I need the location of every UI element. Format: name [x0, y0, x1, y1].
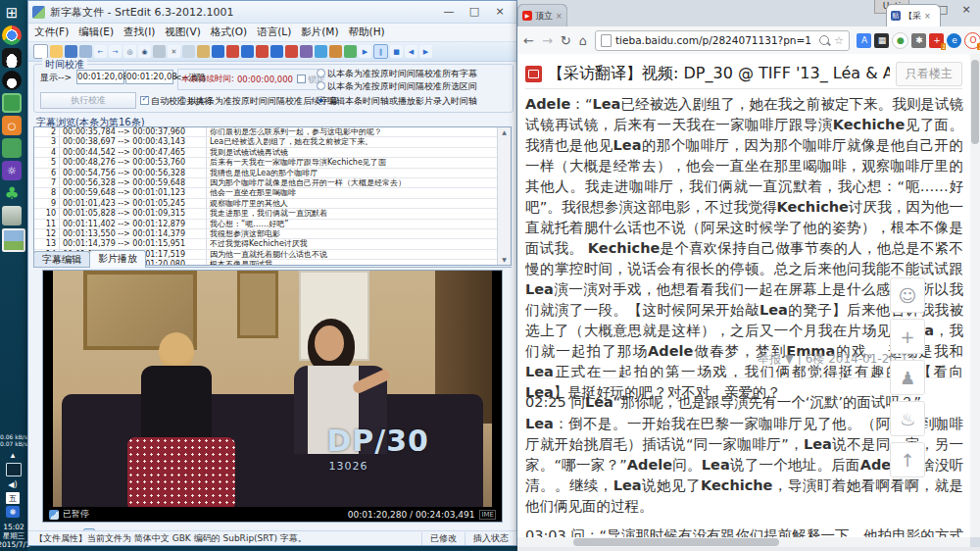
address-bar[interactable]: tieba.baidu.com/p/2824071131?pn=1 ☆ — [595, 30, 850, 51]
subtitle-row[interactable]: 10 00:01:05,828 --> 00:01:09,315 我走进那里，我… — [34, 209, 498, 219]
merge-up-icon[interactable] — [241, 45, 254, 58]
undo-icon[interactable]: ← — [94, 45, 107, 58]
tab-subtitle-edit[interactable]: 字幕编辑 — [33, 251, 90, 268]
menu-item[interactable]: 影片(M) — [301, 25, 338, 39]
show-time-field[interactable]: 00:01:20,080 — [76, 70, 124, 84]
subtitle-row[interactable]: 7 00:00:56,328 --> 00:00:59,648 因为那个咖啡厅就… — [34, 178, 498, 188]
close-button[interactable]: × — [955, 2, 978, 18]
back-to-top-icon[interactable]: ↑ — [890, 442, 925, 477]
home-icon[interactable]: ⌂ — [579, 33, 587, 48]
execute-calibration-button[interactable]: 执行校准 — [40, 92, 136, 109]
close-button[interactable]: × — [487, 4, 513, 20]
gesture-extension-icon[interactable]: ✱ — [911, 33, 926, 48]
insert-row-icon[interactable] — [212, 45, 224, 58]
qq-icon[interactable] — [2, 71, 22, 90]
subtitle-row[interactable]: 2 00:00:35,784 --> 00:00:37,960 你们最初是怎么联… — [34, 127, 498, 137]
auto-calibrate-checkbox[interactable] — [140, 96, 149, 105]
replace-icon[interactable]: ◉ — [138, 45, 151, 58]
translate-extension-icon[interactable]: A — [857, 33, 871, 48]
maximize-button[interactable]: □ — [462, 4, 487, 20]
tab-movie-play[interactable]: 影片播放 — [89, 250, 146, 268]
ie-tab-extension-icon[interactable]: e — [947, 33, 961, 48]
lab-icon[interactable]: ♨ — [890, 401, 925, 436]
subtitle-row[interactable]: 5 00:00:48,276 --> 00:00:53,760 后来有一天我在一… — [34, 158, 498, 168]
bookmark-star-icon[interactable]: ☆ — [834, 34, 844, 47]
save-file-icon[interactable] — [65, 45, 77, 58]
select-all-icon[interactable] — [153, 45, 166, 58]
radio-calibrate-range[interactable]: 以本条为准按原时间间隔校准所选区间 — [317, 80, 477, 93]
timeline-icon[interactable] — [300, 45, 313, 58]
refresh-icon[interactable] — [344, 45, 357, 58]
radio-edit-timeline[interactable]: 编辑本条时间轴或播放影片录入时间轴 — [317, 95, 477, 108]
start-button-icon[interactable]: ⊞ — [2, 3, 22, 23]
reload-icon[interactable]: ↻ — [561, 33, 571, 48]
subtitle-row[interactable]: 11 00:01:11,402 --> 00:01:12,879 我心想：“呃…… — [34, 220, 498, 229]
ime-icon[interactable]: 五 — [6, 492, 20, 504]
new-file-icon[interactable] — [33, 44, 48, 59]
subtitle-row[interactable]: 3 00:00:38,697 --> 00:00:43,143 Lea已经被选入… — [34, 137, 498, 147]
radio-calibrate-all[interactable]: 以本条为准按原时间间隔校准所有字幕 — [317, 68, 477, 80]
settings-app-icon[interactable]: ☼ — [2, 161, 22, 180]
volume-icon[interactable]: ◀) — [6, 478, 20, 490]
pen-icon[interactable] — [329, 45, 342, 58]
hide-time-field[interactable]: 00:01:20,080 — [125, 70, 173, 84]
cut-icon[interactable]: ✕ — [168, 45, 180, 58]
move-up-icon[interactable] — [270, 45, 283, 58]
media-extension-icon[interactable]: ▦ — [874, 33, 889, 48]
clover-app-icon[interactable]: ♣ — [2, 183, 22, 203]
menu-item[interactable]: 视图(V) — [165, 25, 200, 39]
tab-close-icon[interactable]: × — [556, 12, 563, 21]
sign-in-icon[interactable]: ♟ — [890, 360, 925, 395]
video-sync-icon[interactable] — [315, 45, 327, 58]
open-file-icon[interactable] — [50, 45, 63, 58]
active-browser-tab[interactable]: 贴 【采 × — [886, 4, 941, 26]
subtitle-row[interactable]: 9 00:01:01,423 --> 00:01:05,245 观察咖啡厅里的其… — [34, 199, 498, 209]
delete-row-icon[interactable] — [226, 45, 239, 58]
subtitle-row[interactable]: 6 00:00:54,756 --> 00:00:56,328 我猜也是他见Le… — [34, 169, 498, 178]
video-player[interactable]: DP/3013026 已暂停 00:01:20,280 / 00:24:03,4… — [42, 270, 503, 523]
subtitle-row[interactable]: 4 00:00:44,542 --> 00:00:47,465 我则是试镜试镜再… — [34, 148, 498, 158]
vertical-scrollbar[interactable] — [970, 54, 980, 537]
forward-icon[interactable]: → — [542, 33, 553, 48]
network-icon[interactable] — [6, 463, 22, 476]
back-icon[interactable]: ← — [523, 33, 534, 48]
minimize-button[interactable]: — — [436, 4, 462, 20]
table-scrollbar[interactable]: ▲▼ — [497, 127, 511, 265]
green-app2-icon[interactable] — [2, 138, 22, 158]
favorite-plus-icon[interactable]: + — [890, 319, 925, 354]
tab-close-icon[interactable]: × — [924, 12, 931, 21]
baidu-ime-icon[interactable]: ❋ — [6, 506, 20, 518]
export-icon[interactable] — [79, 45, 92, 58]
stop-button-icon[interactable]: ■ — [390, 45, 403, 58]
subtitle-row[interactable]: 12 00:01:13,550 --> 00:01:14,379 我很想参演这部… — [34, 229, 498, 239]
browser-tab[interactable]: ▶ 顶立 × — [517, 4, 567, 26]
play-button-icon[interactable]: ▶ — [359, 45, 371, 58]
merge-down-icon[interactable] — [256, 45, 269, 58]
menu-item[interactable]: 查找(I) — [123, 25, 155, 39]
green-app-icon[interactable] — [2, 93, 22, 113]
search-tool-icon[interactable]: ○ — [2, 116, 22, 135]
emoji-icon[interactable]: ☺ — [890, 277, 925, 313]
copy-icon[interactable] — [182, 45, 195, 58]
prev-sub-icon[interactable]: ◀ — [405, 45, 417, 58]
url-text[interactable]: tieba.baidu.com/p/2824071131?pn=1 — [615, 34, 819, 46]
move-down-icon[interactable] — [285, 45, 298, 58]
cat-app-icon[interactable] — [2, 48, 22, 68]
subtitle-row[interactable]: 8 00:00:59,648 --> 00:01:01,123 他会一直坐在那里… — [34, 188, 498, 198]
chrome-icon[interactable] — [2, 25, 22, 45]
find-icon[interactable]: ◎ — [123, 45, 136, 58]
taskbar-clock[interactable]: 15:02 星期三 2015/7/1 — [0, 523, 30, 549]
o-extension-icon[interactable]: O7 — [964, 32, 980, 49]
pause-button-icon[interactable]: ‖ — [373, 44, 388, 59]
adblock-extension-icon[interactable]: +1 — [929, 33, 944, 48]
menu-item[interactable]: 文件(F) — [34, 25, 69, 39]
scroll-up-arrow[interactable]: ▲ — [502, 127, 507, 137]
redo-icon[interactable]: → — [109, 45, 122, 58]
photo-app-icon[interactable] — [2, 228, 25, 252]
srtedit-titlebar[interactable]: 新字幕文件 - SrtEdit 6.3-2012.1001 — □ × — [28, 1, 516, 24]
menu-item[interactable]: 编辑(E) — [78, 25, 114, 39]
scroll-down-arrow[interactable]: ▼ — [502, 255, 507, 265]
menu-item[interactable]: 语言(L) — [257, 25, 291, 39]
zoom-search-icon[interactable] — [819, 35, 829, 45]
horizontal-scrollbar[interactable] — [517, 537, 970, 547]
